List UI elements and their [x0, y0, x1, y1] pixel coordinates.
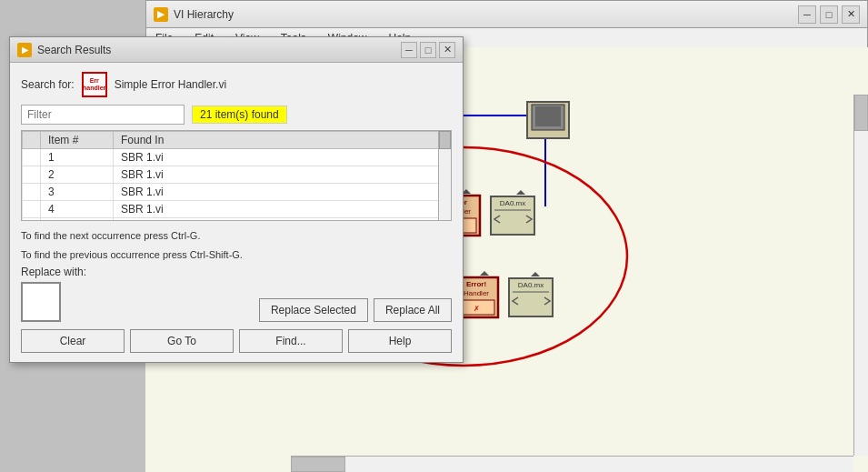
svg-marker-50	[531, 272, 540, 276]
svg-text:Handler: Handler	[464, 289, 489, 297]
dialog-icon: ▶	[17, 43, 32, 57]
dialog-close-button[interactable]: ✕	[439, 42, 455, 58]
scroll-thumb-vertical[interactable]	[854, 95, 868, 131]
svg-text:✗: ✗	[474, 305, 480, 313]
dialog-minimize-button[interactable]: ─	[401, 42, 417, 58]
replace-with-label: Replace with:	[21, 266, 452, 278]
close-button[interactable]: ✕	[842, 5, 860, 24]
minimize-button[interactable]: ─	[798, 5, 816, 24]
dialog-titlebar-left: ▶ Search Results	[17, 43, 111, 57]
hint-text-2: To find the previous occurrence press Ct…	[21, 247, 452, 263]
table-row[interactable]: 1 SBR 1.vi	[23, 149, 451, 166]
table-row[interactable]: 5 SBR 1.vi	[23, 218, 451, 222]
help-button[interactable]: Help	[348, 329, 452, 353]
table-scroll-thumb[interactable]	[439, 131, 451, 149]
results-table-container: Item # Found In 1 SBR 1.vi 2 SBR 1.vi	[21, 130, 452, 221]
svg-marker-49	[480, 271, 489, 276]
scrollbar-right[interactable]	[853, 95, 868, 456]
vi-file-name: Simple Error Handler.vi	[115, 78, 226, 91]
vi-hierarchy-icon: ▶	[154, 7, 168, 22]
find-button[interactable]: Find...	[239, 329, 343, 353]
replace-all-button[interactable]: Replace All	[374, 298, 452, 322]
replace-selected-button[interactable]: Replace Selected	[259, 298, 368, 322]
filter-input[interactable]	[21, 105, 185, 125]
col-header-item: Item #	[41, 132, 114, 149]
svg-text:DA0.mx: DA0.mx	[518, 281, 544, 289]
table-row[interactable]: 3 SBR 1.vi	[23, 184, 451, 201]
vi-hierarchy-titlebar: ▶ VI Hierarchy ─ □ ✕	[146, 1, 867, 28]
svg-rect-9	[532, 105, 564, 130]
titlebar-left: ▶ VI Hierarchy	[154, 7, 234, 22]
svg-rect-8	[527, 102, 569, 138]
dialog-body: Search for: Errhandler Simple Error Hand…	[10, 63, 463, 362]
scrollbar-bottom[interactable]	[291, 456, 853, 472]
col-header-check	[23, 132, 41, 149]
search-results-dialog: ▶ Search Results ─ □ ✕ Search for: Errha…	[9, 36, 464, 363]
hint-text-1: To find the next occurrence press Ctrl-G…	[21, 228, 452, 244]
svg-marker-47	[516, 190, 525, 195]
titlebar-controls: ─ □ ✕	[798, 5, 860, 24]
filter-row: 21 item(s) found	[21, 105, 452, 125]
table-row[interactable]: 4 SBR 1.vi	[23, 201, 451, 218]
col-header-found-in: Found In	[114, 132, 451, 149]
dialog-titlebar: ▶ Search Results ─ □ ✕	[10, 37, 463, 63]
table-row[interactable]: 2 SBR 1.vi	[23, 166, 451, 184]
svg-rect-31	[491, 196, 534, 235]
maximize-button[interactable]: □	[820, 5, 838, 24]
svg-rect-10	[535, 106, 561, 126]
svg-text:DA0.mx: DA0.mx	[500, 199, 525, 207]
bottom-buttons-row: Clear Go To Find... Help	[21, 329, 452, 353]
table-scrollbar[interactable]	[438, 131, 451, 220]
svg-rect-40	[458, 300, 494, 315]
replace-buttons-row: Replace Selected Replace All	[259, 298, 452, 322]
search-for-row: Search for: Errhandler Simple Error Hand…	[21, 72, 452, 97]
search-for-label: Search for:	[21, 78, 75, 91]
go-to-button[interactable]: Go To	[130, 329, 234, 353]
vi-hierarchy-title: VI Hierarchy	[174, 8, 234, 21]
results-table: Item # Found In 1 SBR 1.vi 2 SBR 1.vi	[22, 131, 451, 221]
clear-button[interactable]: Clear	[21, 329, 125, 353]
dialog-title: Search Results	[37, 44, 111, 56]
dialog-window-controls: ─ □ ✕	[401, 42, 455, 58]
dialog-maximize-button[interactable]: □	[420, 42, 436, 58]
replace-with-box[interactable]	[21, 282, 61, 322]
svg-rect-42	[509, 278, 553, 316]
scroll-thumb-horizontal[interactable]	[291, 457, 345, 472]
vi-thumbnail: Errhandler	[82, 72, 107, 97]
svg-text:Error!: Error!	[466, 280, 486, 288]
results-badge: 21 item(s) found	[192, 105, 287, 124]
